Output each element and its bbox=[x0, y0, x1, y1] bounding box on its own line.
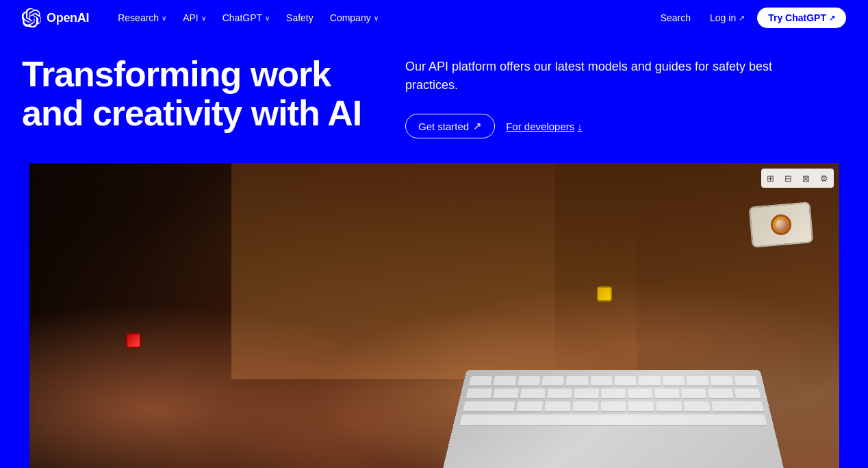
company-chevron-icon: ∨ bbox=[374, 14, 379, 22]
phone-camera-icon bbox=[769, 214, 792, 236]
chatgpt-chevron-icon: ∨ bbox=[265, 14, 270, 22]
toolbar-list-icon[interactable]: ⊟ bbox=[780, 170, 797, 186]
nav-safety[interactable]: Safety bbox=[279, 8, 320, 27]
search-button[interactable]: Search bbox=[654, 8, 698, 27]
image-toolbar: ⊞ ⊟ ⊠ ⚙ bbox=[761, 169, 834, 188]
nav-links: Research ∨ API ∨ ChatGPT ∨ Safety Compan… bbox=[111, 8, 653, 27]
for-developers-button[interactable]: For developers ↓ bbox=[506, 121, 583, 132]
navigation: OpenAI Research ∨ API ∨ ChatGPT ∨ Safety… bbox=[0, 0, 868, 36]
try-arrow-icon: ↗ bbox=[829, 14, 835, 23]
login-button[interactable]: Log in ↗ bbox=[703, 8, 752, 27]
try-chatgpt-button[interactable]: Try ChatGPT ↗ bbox=[757, 8, 846, 28]
nav-research[interactable]: Research ∨ bbox=[111, 8, 173, 27]
hero-image: ⊞ ⊟ ⊠ ⚙ bbox=[29, 163, 839, 468]
hero-buttons: Get started ↗ For developers ↓ bbox=[405, 114, 846, 138]
nav-chatgpt[interactable]: ChatGPT ∨ bbox=[216, 8, 277, 27]
developers-arrow-icon: ↓ bbox=[577, 121, 583, 132]
get-started-button[interactable]: Get started ↗ bbox=[405, 114, 495, 138]
toolbar-grid-icon[interactable]: ⊞ bbox=[763, 170, 779, 186]
research-chevron-icon: ∨ bbox=[162, 14, 166, 22]
openai-logo-icon bbox=[22, 8, 41, 27]
hero-right: Our API platform offers our latest model… bbox=[405, 55, 846, 138]
hero-section: Transforming work and creativity with AI… bbox=[0, 36, 868, 163]
laptop-keyboard bbox=[442, 370, 784, 468]
get-started-arrow-icon: ↗ bbox=[473, 120, 482, 132]
brand-name: OpenAI bbox=[47, 11, 89, 25]
image-section: ⊞ ⊟ ⊠ ⚙ bbox=[0, 163, 868, 468]
photo-background bbox=[29, 163, 839, 468]
nav-api[interactable]: API ∨ bbox=[176, 8, 213, 27]
hero-description: Our API platform offers our latest model… bbox=[405, 58, 789, 95]
hero-left: Transforming work and creativity with AI bbox=[22, 55, 364, 133]
phone-on-table bbox=[748, 201, 813, 248]
toolbar-fullscreen-icon[interactable]: ⊠ bbox=[798, 170, 815, 186]
api-chevron-icon: ∨ bbox=[201, 14, 206, 22]
toolbar-settings-icon[interactable]: ⚙ bbox=[816, 170, 832, 186]
yellow-watch bbox=[597, 286, 612, 301]
nav-right: Search Log in ↗ Try ChatGPT ↗ bbox=[654, 8, 846, 28]
brand-logo[interactable]: OpenAI bbox=[22, 8, 89, 27]
login-arrow-icon: ↗ bbox=[739, 14, 745, 23]
hero-title: Transforming work and creativity with AI bbox=[22, 55, 364, 133]
nav-company[interactable]: Company ∨ bbox=[323, 8, 385, 27]
red-watch bbox=[126, 333, 141, 348]
